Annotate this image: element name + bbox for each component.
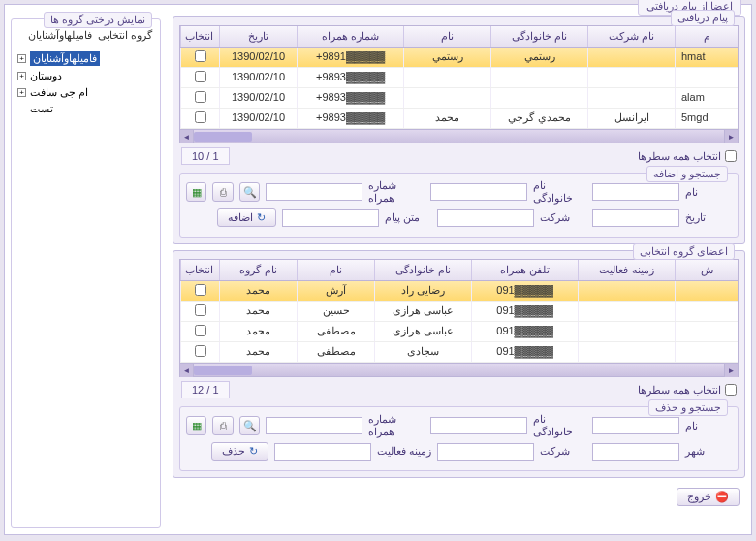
cell-name xyxy=(403,68,490,87)
table-row[interactable]: 1390/02/10+9893▓▓▓▓▓محمدمحمدي گرجيايرانس… xyxy=(180,109,738,129)
activity-input[interactable] xyxy=(274,443,371,461)
exit-button[interactable]: ⛔خروج xyxy=(677,488,740,506)
select-all-row[interactable]: انتخاب همه سطرها xyxy=(638,384,737,397)
select-all-row[interactable]: انتخاب همه سطرها xyxy=(638,150,737,163)
cell-sh xyxy=(675,322,738,341)
subpanel-title: جستجو و حذف xyxy=(648,399,728,416)
cell-activity xyxy=(578,322,675,341)
expand-icon[interactable]: + xyxy=(17,54,26,63)
search-button[interactable]: 🔍 xyxy=(239,182,260,202)
search-add-panel: جستجو و اضافه نام نام خانوادگی شماره همر… xyxy=(179,173,739,238)
grid-scrollbar[interactable]: ◄► xyxy=(180,363,738,376)
col-select[interactable]: انتخاب xyxy=(180,260,219,280)
scroll-left-icon[interactable]: ◄ xyxy=(180,364,194,377)
tree-item[interactable]: تست xyxy=(17,101,154,117)
delete-button[interactable]: ↻حذف xyxy=(211,442,268,461)
print-button[interactable]: ⎙ xyxy=(212,182,233,202)
company-input[interactable] xyxy=(437,209,534,227)
row-checkbox[interactable] xyxy=(195,50,206,62)
table-row[interactable]: محمدحسینعباسی هرازی091▓▓▓▓▓ xyxy=(180,302,738,322)
refresh-icon: ↻ xyxy=(257,211,266,224)
col-select[interactable]: انتخاب xyxy=(180,26,219,47)
tree-item[interactable]: +فامیلهاوآشنایان xyxy=(17,49,154,68)
table-row[interactable]: محمدآرشرضایی راد091▓▓▓▓▓ xyxy=(180,281,738,302)
lastname-label: نام خانوادگی xyxy=(533,179,586,205)
members-grid: انتخاب نام گروه نام نام خانوادگی تلفن هم… xyxy=(179,259,739,377)
search-button[interactable]: 🔍 xyxy=(239,416,260,435)
row-checkbox[interactable] xyxy=(195,111,206,123)
city-input[interactable] xyxy=(592,443,679,461)
company-label: شرکت xyxy=(540,211,586,224)
cell-company xyxy=(587,88,675,108)
scroll-thumb[interactable] xyxy=(194,132,252,142)
add-button[interactable]: ↻اضافه xyxy=(217,208,276,227)
col-name[interactable]: نام xyxy=(297,260,374,280)
messages-grid: انتخاب تاریخ شماره همراه نام نام خانوادگ… xyxy=(179,25,739,143)
mobile-label: شماره همراه xyxy=(368,413,424,438)
print-button[interactable]: ⎙ xyxy=(212,416,233,435)
col-group[interactable]: نام گروه xyxy=(219,260,297,280)
lastname-input[interactable] xyxy=(430,183,527,201)
table-row[interactable]: محمدمصطفیعباسی هرازی091▓▓▓▓▓ xyxy=(180,322,738,342)
table-row[interactable]: محمدمصطفیسجادی091▓▓▓▓▓ xyxy=(180,342,738,363)
scroll-right-icon[interactable]: ► xyxy=(724,130,738,143)
col-lastname[interactable]: نام خانوادگی xyxy=(374,260,471,280)
excel-button[interactable]: ▦ xyxy=(186,416,206,435)
scroll-right-icon[interactable]: ► xyxy=(724,364,738,377)
cell-mobile: +9893▓▓▓▓▓ xyxy=(297,109,403,128)
col-date[interactable]: تاریخ xyxy=(219,26,297,47)
col-m[interactable]: م xyxy=(675,26,738,47)
expand-icon[interactable]: + xyxy=(17,88,26,97)
col-mobile[interactable]: شماره همراه xyxy=(297,26,403,47)
row-checkbox[interactable] xyxy=(195,284,206,296)
row-checkbox[interactable] xyxy=(195,91,206,103)
row-checkbox[interactable] xyxy=(195,325,206,336)
cell-m: 5mgd xyxy=(675,109,738,128)
subpanel-title: جستجو و اضافه xyxy=(646,166,728,182)
table-row[interactable]: 1390/02/10+9893▓▓▓▓▓alam xyxy=(180,88,738,109)
row-checkbox[interactable] xyxy=(195,345,206,357)
cell-name: محمد xyxy=(403,109,490,128)
cell-company: ايرانسل xyxy=(587,109,675,128)
grid-scrollbar[interactable]: ◄► xyxy=(180,129,738,143)
company-input[interactable] xyxy=(437,443,534,461)
cell-group: محمد xyxy=(219,322,297,341)
col-sh[interactable]: ش xyxy=(675,260,738,280)
col-mobile[interactable]: تلفن همراه xyxy=(471,260,578,280)
panel-title: پیام دریافتی xyxy=(671,10,735,26)
scroll-left-icon[interactable]: ◄ xyxy=(180,130,194,143)
excel-button[interactable]: ▦ xyxy=(186,182,206,202)
cell-activity xyxy=(578,302,675,321)
row-checkbox[interactable] xyxy=(195,71,206,82)
main-window: اعضا از پیام دریافتی نمایش درختی گروه ها… xyxy=(4,4,752,535)
cell-sh xyxy=(675,302,738,321)
row-checkbox[interactable] xyxy=(195,304,206,316)
message-input[interactable] xyxy=(282,209,379,227)
mobile-input[interactable] xyxy=(266,417,362,434)
tree-item[interactable]: +ام جی سافت xyxy=(17,84,154,101)
select-all-checkbox[interactable] xyxy=(725,150,737,162)
col-lastname[interactable]: نام خانوادگی xyxy=(490,26,587,47)
mobile-input[interactable] xyxy=(266,183,362,201)
cell-date: 1390/02/10 xyxy=(219,88,297,108)
cell-group: محمد xyxy=(219,281,297,301)
name-input[interactable] xyxy=(592,417,679,434)
city-label: شهر xyxy=(685,445,732,458)
lastname-input[interactable] xyxy=(430,417,527,434)
name-input[interactable] xyxy=(592,183,679,201)
table-row[interactable]: 1390/02/10+9893▓▓▓▓▓ xyxy=(180,68,738,88)
expand-icon[interactable]: + xyxy=(17,72,26,80)
col-company[interactable]: نام شرکت xyxy=(587,26,675,47)
scroll-thumb[interactable] xyxy=(194,366,252,375)
col-name[interactable]: نام xyxy=(403,26,490,47)
cell-mobile: 091▓▓▓▓▓ xyxy=(471,322,578,341)
selected-group-label: گروه انتخابی xyxy=(98,29,152,41)
cell-lastname: محمدي گرجي xyxy=(490,109,587,128)
tree-item[interactable]: +دوستان xyxy=(17,68,154,84)
col-activity[interactable]: زمینه فعالیت xyxy=(578,260,675,280)
table-row[interactable]: 1390/02/10+9891▓▓▓▓▓رستميرستميhmat xyxy=(180,48,738,68)
select-all-checkbox[interactable] xyxy=(725,384,737,396)
cell-mobile: +9891▓▓▓▓▓ xyxy=(297,48,403,67)
lastname-label: نام خانوادگی xyxy=(533,413,586,438)
date-input[interactable] xyxy=(592,209,679,227)
